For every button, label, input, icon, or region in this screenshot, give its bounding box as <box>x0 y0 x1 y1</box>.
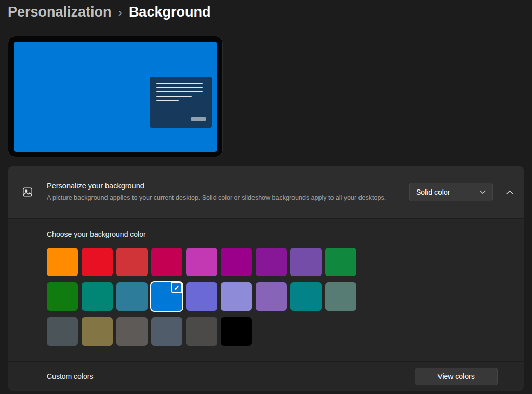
card-description: A picture background applies to your cur… <box>47 193 397 203</box>
header-controls: Solid color <box>409 183 516 201</box>
color-swatch[interactable] <box>151 248 182 276</box>
color-swatch[interactable] <box>116 248 148 276</box>
color-swatch[interactable] <box>47 317 78 346</box>
color-swatch[interactable] <box>256 248 287 276</box>
color-swatch[interactable] <box>221 282 252 311</box>
background-type-dropdown[interactable]: Solid color <box>409 183 493 201</box>
color-swatch[interactable] <box>186 317 217 346</box>
color-swatch[interactable] <box>82 248 113 276</box>
color-swatch[interactable] <box>221 317 252 346</box>
color-swatch[interactable] <box>290 248 322 276</box>
checkmark-icon: ✓ <box>171 282 182 293</box>
preview-text-line <box>156 83 203 84</box>
chevron-up-icon <box>506 190 513 195</box>
preview-text-line <box>156 87 203 88</box>
color-swatch[interactable] <box>290 282 322 311</box>
preview-window-button <box>191 117 206 121</box>
custom-colors-row: Custom colors View colors <box>8 361 524 391</box>
color-swatch-selected[interactable]: ✓ <box>151 282 182 311</box>
color-swatch[interactable] <box>256 282 287 311</box>
card-title: Personalize your background <box>47 182 409 190</box>
color-swatch[interactable] <box>47 282 78 311</box>
page-title: Background <box>129 4 211 20</box>
breadcrumb: Personalization › Background <box>8 4 210 20</box>
image-icon <box>8 186 47 198</box>
preview-text-line <box>156 96 192 97</box>
background-type-value: Solid color <box>416 188 450 196</box>
background-preview-monitor <box>8 36 222 157</box>
chevron-down-icon <box>480 190 486 194</box>
breadcrumb-chevron-icon: › <box>118 5 122 20</box>
personalize-background-header[interactable]: Personalize your background A picture ba… <box>8 166 524 218</box>
color-swatch[interactable] <box>151 317 182 346</box>
color-swatch[interactable] <box>186 282 217 311</box>
color-swatch[interactable] <box>47 248 78 276</box>
color-swatch[interactable] <box>116 317 148 346</box>
color-swatch[interactable] <box>325 248 356 276</box>
preview-window <box>150 77 212 128</box>
color-grid: ✓ <box>47 248 524 346</box>
custom-colors-label: Custom colors <box>47 372 415 381</box>
color-swatch[interactable] <box>325 282 356 311</box>
color-swatch[interactable] <box>186 248 217 276</box>
preview-text-line <box>156 100 179 101</box>
background-color-section: Choose your background color ✓ <box>8 218 524 361</box>
color-swatch[interactable] <box>82 282 113 311</box>
preview-screen <box>14 42 217 152</box>
preview-text-line <box>156 91 203 92</box>
breadcrumb-personalization[interactable]: Personalization <box>8 4 112 20</box>
header-text: Personalize your background A picture ba… <box>47 182 409 203</box>
choose-color-label: Choose your background color <box>47 230 524 238</box>
color-swatch[interactable] <box>221 248 252 276</box>
collapse-expander-button[interactable] <box>503 185 516 199</box>
color-swatch[interactable] <box>82 317 113 346</box>
view-colors-button[interactable]: View colors <box>415 368 498 385</box>
personalize-background-card: Personalize your background A picture ba… <box>8 166 524 391</box>
color-swatch[interactable] <box>116 282 148 311</box>
